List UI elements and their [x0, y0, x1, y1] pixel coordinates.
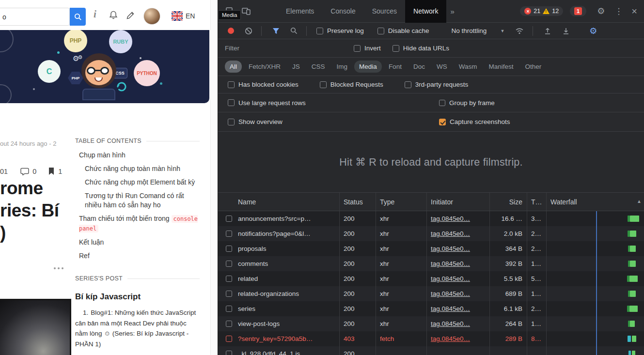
- filter-chip-img[interactable]: Img: [332, 61, 353, 73]
- row-checkbox[interactable]: [226, 336, 232, 342]
- table-row[interactable]: ..kl..928.0dfd..44..1.js 200: [218, 346, 644, 355]
- filter-chip-all[interactable]: All: [225, 61, 242, 73]
- initiator-link[interactable]: tag.0845e0…: [431, 305, 470, 312]
- has-blocked-cookies-checkbox[interactable]: [228, 81, 235, 88]
- table-row[interactable]: comments 200 xhr tag.0845e0… 392 B 1…: [218, 256, 644, 271]
- table-row[interactable]: related 200 xhr tag.0845e0… 5.5 kB 5…: [218, 271, 644, 286]
- row-checkbox[interactable]: [226, 246, 232, 252]
- table-row[interactable]: announcements?src=p… 200 xhr tag.0845e0……: [218, 211, 644, 226]
- column-header-time[interactable]: T…: [527, 193, 547, 211]
- filter-chip-wasm[interactable]: Wasm: [454, 61, 482, 73]
- use-large-request-rows-checkbox[interactable]: [228, 99, 235, 106]
- disable-cache-checkbox[interactable]: [377, 28, 384, 34]
- filter-chip-fetch-xhr[interactable]: Fetch/XHR: [244, 61, 285, 73]
- row-checkbox[interactable]: [226, 276, 232, 282]
- row-checkbox[interactable]: [226, 231, 232, 237]
- third-party-requests-checkbox[interactable]: [405, 81, 411, 88]
- column-header-type[interactable]: Type: [376, 193, 427, 211]
- filter-chip-css[interactable]: CSS: [307, 61, 330, 73]
- language-flag-icon[interactable]: [172, 11, 183, 21]
- info-icon[interactable]: i: [94, 8, 96, 20]
- search-button[interactable]: [70, 8, 86, 26]
- row-checkbox[interactable]: [226, 291, 232, 297]
- filter-chip-js[interactable]: JS: [287, 61, 305, 73]
- write-pencil-icon[interactable]: [126, 11, 135, 22]
- initiator-link[interactable]: tag.0845e0…: [431, 260, 470, 267]
- language-label[interactable]: EN: [186, 12, 195, 20]
- toc-link[interactable]: Tham chiếu tới một biến trong console pa…: [79, 214, 200, 233]
- blocked-requests-checkbox[interactable]: [320, 81, 327, 88]
- invert-filter-checkbox[interactable]: [354, 45, 361, 52]
- import-har-icon[interactable]: [544, 27, 551, 35]
- row-checkbox[interactable]: [226, 321, 232, 327]
- row-checkbox[interactable]: [226, 351, 232, 355]
- row-checkbox[interactable]: [226, 306, 232, 312]
- notifications-bell-icon[interactable]: [109, 10, 118, 22]
- toc-link[interactable]: Kết luận: [79, 238, 200, 247]
- filter-chip-manifest[interactable]: Manifest: [484, 61, 518, 73]
- filter-chip-font[interactable]: Font: [384, 61, 407, 73]
- row-checkbox[interactable]: [226, 261, 232, 267]
- show-overview-checkbox[interactable]: [228, 119, 235, 125]
- column-header-initiator[interactable]: Initiator: [427, 193, 490, 211]
- console-errors-warnings-badge[interactable]: × 21 ! 12: [520, 6, 563, 16]
- initiator-link[interactable]: tag.0845e0…: [431, 275, 470, 282]
- column-header-name[interactable]: Name: [218, 193, 340, 211]
- series-post-link[interactable]: 1.Blog#1: Những kiến thức JavaScript căn…: [75, 308, 200, 349]
- initiator-link[interactable]: tag.0845e0…: [431, 230, 470, 237]
- devtools-settings-icon[interactable]: ⚙: [597, 7, 605, 15]
- more-options-icon[interactable]: [54, 267, 63, 269]
- initiator-link[interactable]: tag.0845e0…: [431, 215, 470, 222]
- network-conditions-icon[interactable]: [515, 27, 524, 34]
- clear-network-log-icon[interactable]: [245, 27, 252, 35]
- filter-chip-other[interactable]: Other: [520, 61, 546, 73]
- table-row[interactable]: series 200 xhr tag.0845e0… 6.1 kB 2…: [218, 301, 644, 316]
- comment-icon[interactable]: [20, 168, 29, 175]
- preserve-log-checkbox[interactable]: [316, 28, 323, 34]
- page-scrollbar[interactable]: [210, 0, 218, 355]
- toc-link[interactable]: Chức năng chụp toàn màn hình: [85, 164, 200, 173]
- filter-input[interactable]: [225, 45, 340, 52]
- capture-screenshots-checkbox[interactable]: [439, 119, 446, 125]
- table-row[interactable]: related-organizations 200 xhr tag.0845e0…: [218, 286, 644, 301]
- record-network-log-button[interactable]: [228, 28, 234, 34]
- column-header-status[interactable]: Status: [340, 193, 376, 211]
- toc-link[interactable]: Chụp màn hình: [79, 151, 200, 160]
- export-har-icon[interactable]: [562, 27, 570, 35]
- devtools-menu-icon[interactable]: ⋮: [614, 7, 623, 15]
- series-title-link[interactable]: Bí kíp Javascript: [75, 292, 200, 302]
- bookmark-icon[interactable]: [48, 167, 55, 175]
- close-devtools-icon[interactable]: ×: [631, 6, 637, 16]
- issues-badge[interactable]: 1: [570, 6, 586, 16]
- initiator-link[interactable]: tag.0845e0…: [431, 290, 470, 297]
- column-header-waterfall[interactable]: Waterfall ▲: [547, 193, 644, 211]
- filter-chip-ws[interactable]: WS: [432, 61, 452, 73]
- hide-data-urls-checkbox[interactable]: [393, 45, 399, 52]
- row-checkbox[interactable]: [226, 216, 232, 222]
- throttling-select[interactable]: No throttling ▼: [452, 27, 505, 34]
- tab-network[interactable]: Network: [405, 0, 446, 23]
- toc-link[interactable]: Chức năng chụp một Element bất kỳ: [85, 178, 200, 187]
- search-input[interactable]: [0, 13, 69, 21]
- group-by-frame-checkbox[interactable]: [439, 100, 445, 106]
- table-row[interactable]: view-post-logs 200 xhr tag.0845e0… 264 B…: [218, 316, 644, 331]
- initiator-link[interactable]: tag.0845e0…: [431, 335, 470, 342]
- user-avatar[interactable]: [143, 8, 160, 25]
- initiator-link[interactable]: tag.0845e0…: [431, 245, 470, 252]
- search-network-icon[interactable]: [290, 27, 298, 34]
- toc-link[interactable]: Tương tự thì Run Comand có rất nhiều hàm…: [85, 191, 200, 210]
- tab-console[interactable]: Console: [322, 0, 363, 23]
- more-tabs-icon[interactable]: »: [446, 7, 458, 15]
- filter-toggle-icon[interactable]: [272, 28, 280, 34]
- filter-chip-doc[interactable]: Doc: [408, 61, 430, 73]
- tab-sources[interactable]: Sources: [364, 0, 405, 23]
- initiator-link[interactable]: tag.0845e0…: [431, 320, 470, 327]
- toc-link[interactable]: Ref: [79, 251, 200, 261]
- filter-chip-media[interactable]: Media: [354, 61, 382, 73]
- table-row-error[interactable]: ?sentry_key=57290a5b… 403 fetch tag.0845…: [218, 331, 644, 346]
- table-row[interactable]: proposals 200 xhr tag.0845e0… 364 B 2…: [218, 241, 644, 256]
- tab-elements[interactable]: Elements: [278, 0, 322, 23]
- column-header-size[interactable]: Size: [490, 193, 527, 211]
- table-row[interactable]: notifications?page=0&l… 200 xhr tag.0845…: [218, 226, 644, 241]
- device-toolbar-icon[interactable]: [242, 7, 251, 15]
